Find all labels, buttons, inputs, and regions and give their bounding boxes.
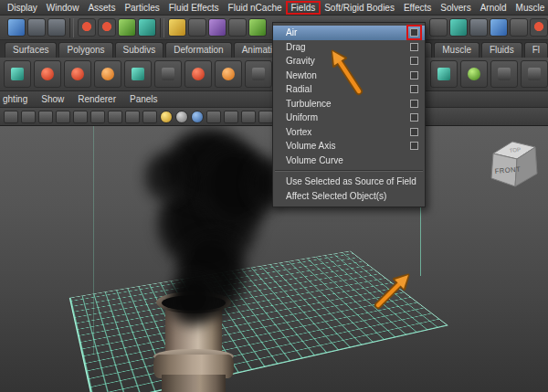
wireframe-icon[interactable]: [206, 111, 221, 123]
dark-tool-icon[interactable]: [245, 60, 272, 88]
air-option-box[interactable]: [410, 28, 418, 37]
lock-camera-icon[interactable]: [21, 111, 36, 123]
emitter-orange-icon[interactable]: [215, 60, 242, 88]
image-plane-icon[interactable]: [73, 111, 88, 123]
menu-item-vortex[interactable]: Vortex: [273, 125, 425, 140]
menu-effects[interactable]: Effects: [399, 2, 436, 14]
dark-tool-icon[interactable]: [490, 60, 518, 88]
gray-tool-icon[interactable]: [47, 18, 66, 37]
menu-item-label: Uniform: [286, 112, 318, 122]
menu-item-turbulence[interactable]: Turbulence: [273, 97, 425, 111]
menu-item-air[interactable]: Air: [273, 26, 425, 40]
resolution-gate-icon[interactable]: [125, 111, 140, 123]
menu-item-label: Gravity: [286, 56, 315, 66]
lighting-icon[interactable]: [258, 111, 273, 123]
red-magnet-icon[interactable]: [98, 18, 116, 37]
view-cube[interactable]: TOP FRONT: [487, 133, 543, 194]
emitter-orange-icon[interactable]: [94, 60, 121, 88]
textured-icon[interactable]: [241, 111, 256, 123]
menu-fluid-ncache[interactable]: Fluid nCache: [224, 2, 287, 14]
menu-item-newton[interactable]: Newton: [273, 69, 425, 83]
newton-option-box[interactable]: [410, 71, 418, 79]
gray-tool-icon[interactable]: [188, 18, 206, 37]
menu-soft-rigid-bodies[interactable]: Soft/Rigid Bodies: [320, 2, 399, 14]
menu-window[interactable]: Window: [42, 2, 84, 14]
menu-item-volume-axis[interactable]: Volume Axis: [273, 139, 425, 154]
maya-window: Display Window Assets Particles Fluid Ef…: [0, 0, 548, 392]
green-sphere-icon[interactable]: [118, 18, 136, 37]
menu-muscle[interactable]: Muscle: [511, 2, 548, 14]
menu-item-label: Air: [286, 27, 297, 37]
menubar: Display Window Assets Particles Fluid Ef…: [0, 0, 548, 16]
purple-tool-icon[interactable]: [208, 18, 227, 37]
tab-surfaces[interactable]: Surfaces: [5, 42, 57, 58]
gravity-option-box[interactable]: [410, 57, 418, 65]
yellow-sphere-icon[interactable]: [160, 111, 173, 123]
gray-tool-icon[interactable]: [521, 60, 548, 88]
shaded-icon[interactable]: [224, 111, 238, 123]
yellow-sphere-icon[interactable]: [168, 18, 186, 37]
menu-item-volume-curve[interactable]: Volume Curve: [273, 154, 425, 168]
gate-mask-icon[interactable]: [142, 111, 157, 123]
red-magnet-icon[interactable]: [78, 18, 96, 37]
toolbar-separator: [69, 18, 74, 37]
tab-fluids[interactable]: Fluids: [481, 42, 522, 58]
gray-panel-icon[interactable]: [429, 18, 448, 37]
gray-sphere-icon[interactable]: [175, 111, 188, 123]
blue-panel-icon[interactable]: [490, 18, 508, 37]
menu-item-gravity[interactable]: Gravity: [273, 54, 425, 69]
vortex-option-box[interactable]: [410, 128, 418, 136]
panel-menu-panels[interactable]: Panels: [130, 94, 158, 104]
blue-sphere-icon[interactable]: [191, 111, 204, 123]
blue-cube-icon[interactable]: [7, 18, 26, 37]
particle-red-icon[interactable]: [64, 60, 91, 88]
particle-red-icon[interactable]: [184, 60, 212, 88]
panel-menu-lighting[interactable]: ghting: [3, 94, 27, 104]
uniform-option-box[interactable]: [410, 113, 418, 122]
volume-axis-option-box[interactable]: [410, 142, 418, 150]
gray-tool-icon[interactable]: [228, 18, 247, 37]
tab-fluids-2[interactable]: Fl: [524, 42, 548, 58]
menu-display[interactable]: Display: [3, 2, 42, 14]
menu-item-use-selected-as-source[interactable]: Use Selected as Source of Field: [273, 175, 425, 189]
red-dot-icon[interactable]: [530, 18, 548, 37]
tab-subdivs[interactable]: Subdivs: [115, 42, 164, 58]
film-gate-icon[interactable]: [108, 111, 122, 123]
menu-arnold[interactable]: Arnold: [476, 2, 511, 14]
drag-option-box[interactable]: [410, 43, 418, 51]
gray-tool-icon[interactable]: [27, 18, 46, 37]
fluid-container-icon[interactable]: [4, 60, 31, 88]
menu-particles[interactable]: Particles: [120, 2, 163, 14]
camera-attrs-icon[interactable]: [38, 111, 53, 123]
green-flag-icon[interactable]: [248, 18, 267, 37]
turbulence-option-box[interactable]: [410, 100, 418, 108]
menu-item-label: Drag: [286, 42, 306, 52]
panel-menu-renderer[interactable]: Renderer: [78, 94, 116, 104]
fields-dropdown-menu: Air Drag Gravity Newton Radial Turbulenc…: [272, 22, 426, 207]
gray-panel-icon[interactable]: [510, 18, 528, 37]
tab-muscle[interactable]: Muscle: [434, 42, 480, 58]
fluid-example-icon[interactable]: [430, 60, 458, 88]
menu-item-radial[interactable]: Radial: [273, 82, 425, 97]
menu-solvers[interactable]: Solvers: [436, 2, 475, 14]
tab-polygons[interactable]: Polygons: [58, 42, 112, 58]
tab-deformation[interactable]: Deformation: [165, 42, 231, 58]
green-effect-icon[interactable]: [460, 60, 488, 88]
camera-icon[interactable]: [4, 111, 18, 123]
teal-sphere-icon[interactable]: [138, 18, 156, 37]
dark-tool-icon[interactable]: [154, 60, 182, 88]
menu-item-affect-selected-objects[interactable]: Affect Selected Object(s): [273, 189, 425, 204]
menu-assets[interactable]: Assets: [83, 2, 120, 14]
menu-item-drag[interactable]: Drag: [273, 40, 425, 55]
bookmark-icon[interactable]: [56, 111, 70, 123]
panel-menu-show[interactable]: Show: [41, 94, 64, 104]
menu-item-uniform[interactable]: Uniform: [273, 111, 425, 125]
grid-toggle-icon[interactable]: [90, 111, 105, 123]
menu-fluid-effects[interactable]: Fluid Effects: [164, 2, 224, 14]
radial-option-box[interactable]: [410, 85, 418, 93]
fluid-container-icon[interactable]: [124, 60, 152, 88]
gray-tool-icon[interactable]: [469, 18, 488, 37]
menu-fields[interactable]: Fields: [287, 2, 321, 14]
teal-panel-icon[interactable]: [449, 18, 468, 37]
particle-red-icon[interactable]: [34, 60, 61, 88]
